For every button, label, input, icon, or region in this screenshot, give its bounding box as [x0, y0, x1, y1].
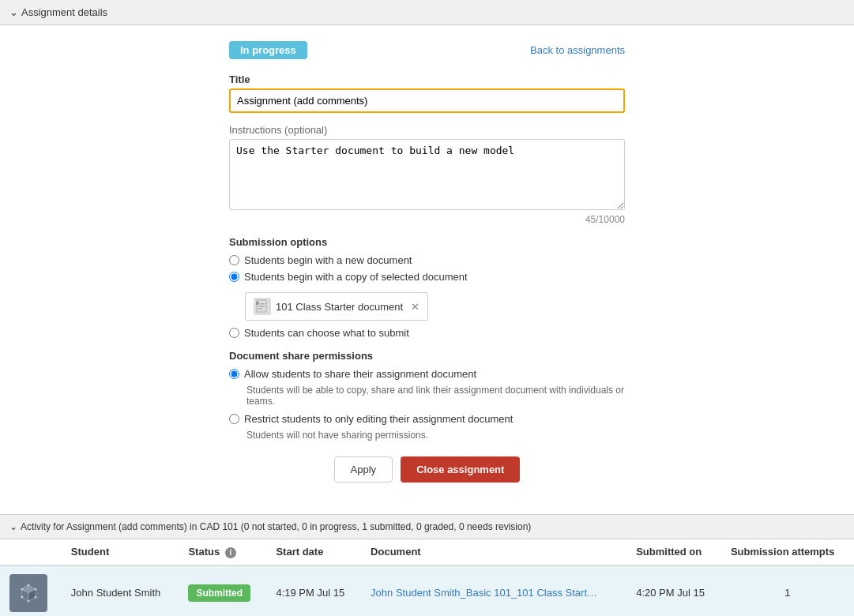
radio-allow-share[interactable]: Allow students to share their assignment… [229, 368, 625, 380]
student-avatar-cell [0, 565, 62, 617]
instructions-label: Instructions (optional) [229, 124, 625, 136]
top-bar: In progress Back to assignments [229, 41, 625, 59]
svg-point-13 [35, 595, 37, 598]
attempts-count: 1 [721, 565, 854, 617]
svg-point-9 [21, 595, 24, 598]
assignment-details-form: In progress Back to assignments Title In… [0, 25, 854, 498]
chevron-down-icon: ⌄ [9, 6, 18, 18]
restrict-share-description: Students will not have sharing permissio… [246, 430, 625, 441]
table-row: John Student Smith Submitted 4:19 PM Jul… [0, 565, 854, 617]
back-to-assignments-link[interactable]: Back to assignments [530, 44, 625, 56]
assignment-details-title: Assignment details [21, 6, 107, 18]
starter-doc-badge: On 101 Class Starter document ✕ [245, 292, 428, 321]
title-label: Title [229, 73, 625, 85]
starter-doc-name: 101 Class Starter document [276, 301, 403, 313]
svg-point-10 [21, 588, 24, 590]
submitted-badge: Submitted [188, 584, 250, 602]
radio-restrict-share-input[interactable] [229, 414, 239, 424]
svg-point-12 [35, 588, 37, 590]
student-avatar [9, 574, 47, 612]
svg-point-11 [28, 584, 30, 586]
radio-option-copy-doc[interactable]: Students begin with a copy of selected d… [229, 271, 625, 283]
radio-choose[interactable] [229, 328, 239, 338]
close-assignment-button[interactable]: Close assignment [401, 456, 520, 483]
status-info-icon[interactable]: i [225, 547, 236, 558]
submission-options-label: Submission options [229, 236, 625, 248]
allow-share-description: Students will be able to copy, share and… [246, 385, 625, 407]
action-buttons: Apply Close assignment [229, 456, 625, 483]
radio-restrict-share[interactable]: Restrict students to only editing their … [229, 413, 625, 425]
svg-rect-2 [258, 306, 265, 307]
radio-allow-share-label: Allow students to share their assignment… [244, 368, 476, 380]
radio-copy-doc[interactable] [229, 272, 239, 282]
th-student-name: Student [62, 539, 179, 565]
activity-header[interactable]: ⌄ Activity for Assignment (add comments)… [0, 515, 854, 539]
svg-text:On: On [257, 302, 261, 306]
permissions-label: Document share permissions [229, 350, 625, 362]
th-document: Document [361, 539, 626, 565]
th-student [0, 539, 62, 565]
title-group: Title [229, 73, 625, 113]
activity-table: Student Status i Start date Document Sub… [0, 539, 854, 616]
instructions-textarea[interactable]: Use the Starter document to build a new … [229, 139, 625, 210]
radio-allow-share-input[interactable] [229, 369, 239, 379]
th-submission-attempts: Submission attempts [721, 539, 854, 565]
document-link[interactable]: John Student Smith_Basic 101_101 Class S… [361, 565, 626, 617]
submitted-on: 4:20 PM Jul 15 [626, 565, 721, 617]
start-date: 4:19 PM Jul 15 [266, 565, 361, 617]
activity-header-text: Activity for Assignment (add comments) i… [21, 521, 531, 532]
remove-starter-doc-button[interactable]: ✕ [411, 301, 419, 313]
radio-restrict-share-label: Restrict students to only editing their … [244, 413, 513, 425]
student-name: John Student Smith [62, 565, 179, 617]
permissions-section: Document share permissions Allow student… [229, 350, 625, 441]
radio-option-new-doc[interactable]: Students begin with a new document [229, 254, 625, 266]
th-status: Status i [179, 539, 266, 565]
student-status: Submitted [179, 565, 266, 617]
status-badge: In progress [229, 41, 307, 59]
radio-new-doc-label: Students begin with a new document [244, 254, 412, 266]
th-start-date: Start date [266, 539, 361, 565]
chevron-down-icon-activity: ⌄ [9, 521, 17, 532]
svg-point-14 [28, 599, 30, 602]
radio-copy-doc-label: Students begin with a copy of selected d… [244, 271, 468, 283]
radio-new-doc[interactable] [229, 255, 239, 265]
radio-choose-label: Students can choose what to submit [244, 327, 409, 339]
title-input[interactable] [229, 88, 625, 113]
th-submitted-on: Submitted on [626, 539, 721, 565]
doc-icon: On [254, 298, 271, 315]
radio-option-choose[interactable]: Students can choose what to submit [229, 327, 625, 339]
svg-rect-3 [258, 308, 262, 310]
instructions-group: Instructions (optional) Use the Starter … [229, 124, 625, 225]
apply-button[interactable]: Apply [334, 456, 393, 483]
submission-options-group: Submission options Students begin with a… [229, 236, 625, 339]
assignment-details-header[interactable]: ⌄ Assignment details [0, 0, 854, 25]
char-count: 45/10000 [229, 214, 625, 225]
